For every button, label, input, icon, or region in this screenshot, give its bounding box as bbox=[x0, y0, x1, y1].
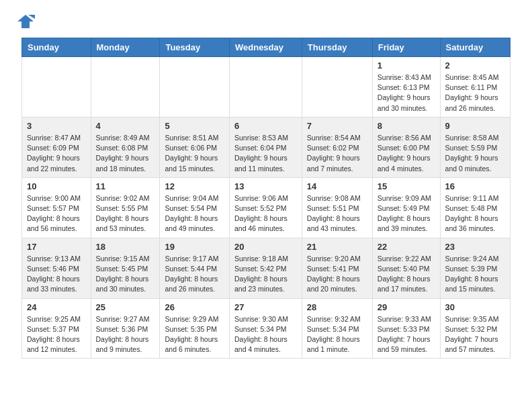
day-info: Sunrise: 9:09 AMSunset: 5:49 PMDaylight:… bbox=[378, 193, 435, 234]
day-number: 3 bbox=[27, 121, 86, 131]
day-number: 16 bbox=[445, 181, 505, 191]
calendar-cell: 13Sunrise: 9:06 AMSunset: 5:52 PMDayligh… bbox=[229, 177, 302, 238]
day-number: 19 bbox=[165, 242, 224, 252]
calendar-cell bbox=[91, 57, 160, 118]
calendar-cell: 5Sunrise: 8:51 AMSunset: 6:06 PMDaylight… bbox=[160, 117, 230, 177]
day-number: 25 bbox=[96, 302, 155, 312]
day-number: 23 bbox=[445, 242, 505, 252]
day-number: 26 bbox=[165, 302, 224, 312]
calendar-cell: 22Sunrise: 9:22 AMSunset: 5:40 PMDayligh… bbox=[372, 238, 440, 298]
day-number: 22 bbox=[378, 242, 435, 252]
calendar-week-2: 3Sunrise: 8:47 AMSunset: 6:09 PMDaylight… bbox=[22, 117, 511, 177]
calendar-cell: 1Sunrise: 8:43 AMSunset: 6:13 PMDaylight… bbox=[372, 57, 440, 118]
day-info: Sunrise: 9:06 AMSunset: 5:52 PMDaylight:… bbox=[234, 193, 297, 234]
day-info: Sunrise: 8:53 AMSunset: 6:04 PMDaylight:… bbox=[234, 133, 297, 174]
day-number: 29 bbox=[378, 302, 435, 312]
calendar-cell: 30Sunrise: 9:35 AMSunset: 5:32 PMDayligh… bbox=[440, 298, 510, 359]
day-info: Sunrise: 9:11 AMSunset: 5:48 PMDaylight:… bbox=[445, 193, 505, 234]
day-info: Sunrise: 9:25 AMSunset: 5:37 PMDaylight:… bbox=[27, 314, 86, 355]
calendar-week-5: 24Sunrise: 9:25 AMSunset: 5:37 PMDayligh… bbox=[22, 298, 511, 359]
calendar-container: SundayMondayTuesdayWednesdayThursdayFrid… bbox=[0, 38, 532, 369]
calendar-cell: 3Sunrise: 8:47 AMSunset: 6:09 PMDaylight… bbox=[22, 117, 91, 177]
calendar-week-4: 17Sunrise: 9:13 AMSunset: 5:46 PMDayligh… bbox=[22, 238, 511, 298]
calendar-cell: 25Sunrise: 9:27 AMSunset: 5:36 PMDayligh… bbox=[91, 298, 160, 359]
calendar-cell: 7Sunrise: 8:54 AMSunset: 6:02 PMDaylight… bbox=[302, 117, 372, 177]
day-info: Sunrise: 8:51 AMSunset: 6:06 PMDaylight:… bbox=[165, 133, 224, 174]
calendar-cell: 4Sunrise: 8:49 AMSunset: 6:08 PMDaylight… bbox=[91, 117, 160, 177]
day-info: Sunrise: 9:18 AMSunset: 5:42 PMDaylight:… bbox=[234, 254, 297, 295]
weekday-header-tuesday: Tuesday bbox=[160, 38, 230, 57]
day-number: 18 bbox=[96, 242, 155, 252]
logo bbox=[16, 12, 38, 31]
calendar-cell: 12Sunrise: 9:04 AMSunset: 5:54 PMDayligh… bbox=[160, 177, 230, 238]
day-number: 30 bbox=[445, 302, 505, 312]
day-number: 21 bbox=[307, 242, 367, 252]
weekday-header-saturday: Saturday bbox=[440, 38, 510, 57]
day-number: 8 bbox=[378, 121, 435, 131]
svg-marker-0 bbox=[17, 15, 34, 28]
calendar-cell bbox=[160, 57, 230, 118]
weekday-header-monday: Monday bbox=[91, 38, 160, 57]
day-number: 13 bbox=[234, 181, 297, 191]
page-header bbox=[0, 0, 532, 38]
day-info: Sunrise: 9:24 AMSunset: 5:39 PMDaylight:… bbox=[445, 254, 505, 295]
day-number: 9 bbox=[445, 121, 505, 131]
calendar-week-1: 1Sunrise: 8:43 AMSunset: 6:13 PMDaylight… bbox=[22, 57, 511, 118]
day-info: Sunrise: 9:00 AMSunset: 5:57 PMDaylight:… bbox=[27, 193, 86, 234]
day-number: 12 bbox=[165, 181, 224, 191]
day-info: Sunrise: 9:33 AMSunset: 5:33 PMDaylight:… bbox=[378, 314, 435, 355]
day-info: Sunrise: 9:02 AMSunset: 5:55 PMDaylight:… bbox=[96, 193, 155, 234]
weekday-header-wednesday: Wednesday bbox=[229, 38, 302, 57]
day-info: Sunrise: 8:58 AMSunset: 5:59 PMDaylight:… bbox=[445, 133, 505, 174]
calendar-cell: 19Sunrise: 9:17 AMSunset: 5:44 PMDayligh… bbox=[160, 238, 230, 298]
calendar-cell bbox=[302, 57, 372, 118]
day-number: 14 bbox=[307, 181, 367, 191]
day-number: 4 bbox=[96, 121, 155, 131]
day-info: Sunrise: 8:49 AMSunset: 6:08 PMDaylight:… bbox=[96, 133, 155, 174]
calendar-cell: 11Sunrise: 9:02 AMSunset: 5:55 PMDayligh… bbox=[91, 177, 160, 238]
calendar-cell: 2Sunrise: 8:45 AMSunset: 6:11 PMDaylight… bbox=[440, 57, 510, 118]
calendar-cell: 29Sunrise: 9:33 AMSunset: 5:33 PMDayligh… bbox=[372, 298, 440, 359]
day-number: 7 bbox=[307, 121, 367, 131]
day-info: Sunrise: 9:15 AMSunset: 5:45 PMDaylight:… bbox=[96, 254, 155, 295]
calendar-cell bbox=[229, 57, 302, 118]
calendar-body: 1Sunrise: 8:43 AMSunset: 6:13 PMDaylight… bbox=[22, 57, 511, 359]
day-info: Sunrise: 9:32 AMSunset: 5:34 PMDaylight:… bbox=[307, 314, 367, 355]
day-number: 28 bbox=[307, 302, 367, 312]
calendar-cell: 26Sunrise: 9:29 AMSunset: 5:35 PMDayligh… bbox=[160, 298, 230, 359]
logo-icon bbox=[16, 12, 35, 31]
day-info: Sunrise: 9:17 AMSunset: 5:44 PMDaylight:… bbox=[165, 254, 224, 295]
calendar-cell: 14Sunrise: 9:08 AMSunset: 5:51 PMDayligh… bbox=[302, 177, 372, 238]
day-number: 27 bbox=[234, 302, 297, 312]
calendar-cell: 24Sunrise: 9:25 AMSunset: 5:37 PMDayligh… bbox=[22, 298, 91, 359]
calendar-cell bbox=[22, 57, 91, 118]
day-number: 5 bbox=[165, 121, 224, 131]
day-number: 15 bbox=[378, 181, 435, 191]
weekday-header-friday: Friday bbox=[372, 38, 440, 57]
calendar-cell: 18Sunrise: 9:15 AMSunset: 5:45 PMDayligh… bbox=[91, 238, 160, 298]
calendar-cell: 21Sunrise: 9:20 AMSunset: 5:41 PMDayligh… bbox=[302, 238, 372, 298]
day-number: 24 bbox=[27, 302, 86, 312]
day-info: Sunrise: 8:47 AMSunset: 6:09 PMDaylight:… bbox=[27, 133, 86, 174]
calendar-cell: 9Sunrise: 8:58 AMSunset: 5:59 PMDaylight… bbox=[440, 117, 510, 177]
day-info: Sunrise: 8:43 AMSunset: 6:13 PMDaylight:… bbox=[378, 73, 435, 113]
calendar-cell: 20Sunrise: 9:18 AMSunset: 5:42 PMDayligh… bbox=[229, 238, 302, 298]
day-info: Sunrise: 9:30 AMSunset: 5:34 PMDaylight:… bbox=[234, 314, 297, 355]
day-info: Sunrise: 8:56 AMSunset: 6:00 PMDaylight:… bbox=[378, 133, 435, 174]
day-info: Sunrise: 9:20 AMSunset: 5:41 PMDaylight:… bbox=[307, 254, 367, 295]
calendar-cell: 15Sunrise: 9:09 AMSunset: 5:49 PMDayligh… bbox=[372, 177, 440, 238]
weekday-header-sunday: Sunday bbox=[22, 38, 91, 57]
day-info: Sunrise: 9:29 AMSunset: 5:35 PMDaylight:… bbox=[165, 314, 224, 355]
day-number: 2 bbox=[445, 60, 505, 71]
day-number: 10 bbox=[27, 181, 86, 191]
day-info: Sunrise: 9:13 AMSunset: 5:46 PMDaylight:… bbox=[27, 254, 86, 295]
weekday-header-thursday: Thursday bbox=[302, 38, 372, 57]
calendar-header: SundayMondayTuesdayWednesdayThursdayFrid… bbox=[22, 38, 511, 57]
calendar-cell: 27Sunrise: 9:30 AMSunset: 5:34 PMDayligh… bbox=[229, 298, 302, 359]
day-info: Sunrise: 9:35 AMSunset: 5:32 PMDaylight:… bbox=[445, 314, 505, 355]
day-number: 11 bbox=[96, 181, 155, 191]
calendar-cell: 6Sunrise: 8:53 AMSunset: 6:04 PMDaylight… bbox=[229, 117, 302, 177]
day-number: 6 bbox=[234, 121, 297, 131]
calendar-table: SundayMondayTuesdayWednesdayThursdayFrid… bbox=[21, 38, 511, 359]
day-info: Sunrise: 9:04 AMSunset: 5:54 PMDaylight:… bbox=[165, 193, 224, 234]
